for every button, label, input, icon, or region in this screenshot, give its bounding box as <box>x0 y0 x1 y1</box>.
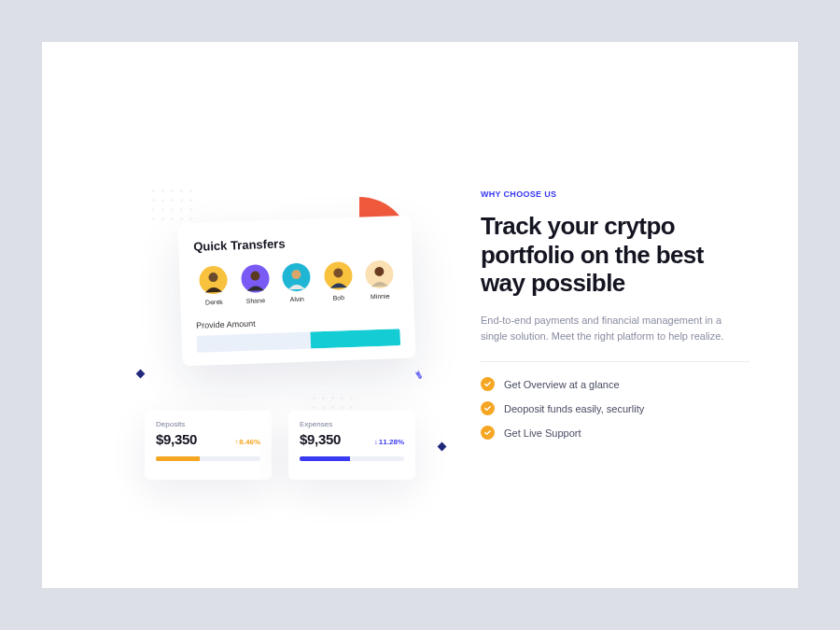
feature-text: Get Overview at a glance <box>504 379 620 390</box>
avatar <box>323 261 352 290</box>
expenses-change: ↓ 11.28% <box>374 438 404 446</box>
svg-point-3 <box>333 268 343 277</box>
avatar <box>199 266 228 295</box>
feature-item: Get Overview at a glance <box>481 377 749 391</box>
expenses-amount: $9,350 <box>300 431 341 447</box>
deposits-change: ↑ 8.46% <box>234 438 260 446</box>
amount-fill <box>311 329 400 348</box>
section-eyebrow: WHY CHOOSE US <box>481 189 749 199</box>
divider <box>481 361 749 362</box>
svg-point-0 <box>208 273 217 282</box>
feature-item: Deoposit funds easily, securlity <box>481 401 749 415</box>
expenses-card: Expenses $9,350 ↓ 11.28% <box>288 411 415 480</box>
amount-input[interactable] <box>197 329 400 353</box>
contact-alvin[interactable]: Alvin <box>277 262 315 302</box>
contact-bob[interactable]: Bob <box>318 261 357 301</box>
avatar <box>365 259 394 288</box>
feature-text: Get Live Support <box>504 427 581 439</box>
contact-minnie[interactable]: Minnie <box>360 259 399 300</box>
avatar <box>241 264 270 293</box>
deposits-progress <box>156 456 260 461</box>
expenses-progress <box>300 456 404 461</box>
avatar <box>282 262 311 291</box>
contact-name: Derek <box>205 299 223 306</box>
provide-amount-label: Provide Amount <box>196 314 399 330</box>
feature-text: Deoposit funds easily, securlity <box>504 403 644 414</box>
feature-item: Get Live Support <box>481 426 749 440</box>
svg-point-2 <box>291 270 301 279</box>
arrow-down-icon: ↓ <box>374 438 378 446</box>
deposits-label: Deposits <box>156 420 260 428</box>
contact-derek[interactable]: Derek <box>194 265 232 305</box>
section-headline: Track your crytpo portfolio on the best … <box>481 212 749 298</box>
zigzag-decoration: ›››››› <box>413 368 426 379</box>
content-column: WHY CHOOSE US Track your crytpo portfoli… <box>481 189 749 440</box>
expenses-label: Expenses <box>300 420 404 428</box>
dot-grid-decoration <box>152 189 192 220</box>
check-icon <box>481 377 495 391</box>
visual-area: ›››››› Quick Transfers Derek Shane <box>79 145 471 518</box>
deposits-card: Deposits $9,350 ↑ 8.46% <box>145 411 272 480</box>
contact-name: Alvin <box>290 296 304 303</box>
arrow-up-icon: ↑ <box>234 438 238 446</box>
features-list: Get Overview at a glance Deoposit funds … <box>481 377 749 440</box>
contact-name: Minnie <box>371 293 390 301</box>
page-canvas: ›››››› Quick Transfers Derek Shane <box>42 42 798 588</box>
svg-point-4 <box>374 267 384 276</box>
contact-name: Bob <box>332 294 344 301</box>
contact-shane[interactable]: Shane <box>236 264 274 304</box>
check-icon <box>481 401 495 415</box>
contact-name: Shane <box>246 297 265 304</box>
deposits-amount: $9,350 <box>156 431 197 447</box>
diamond-decoration <box>136 370 146 379</box>
diamond-decoration <box>438 442 447 452</box>
svg-point-1 <box>250 271 259 280</box>
section-description: End-to-end payments and financial manage… <box>481 313 749 344</box>
transfer-contacts-row: Derek Shane Alvin <box>194 259 399 306</box>
check-icon <box>481 426 495 440</box>
quick-transfers-card: Quick Transfers Derek Shane <box>177 216 415 367</box>
quick-transfers-title: Quick Transfers <box>193 232 397 254</box>
